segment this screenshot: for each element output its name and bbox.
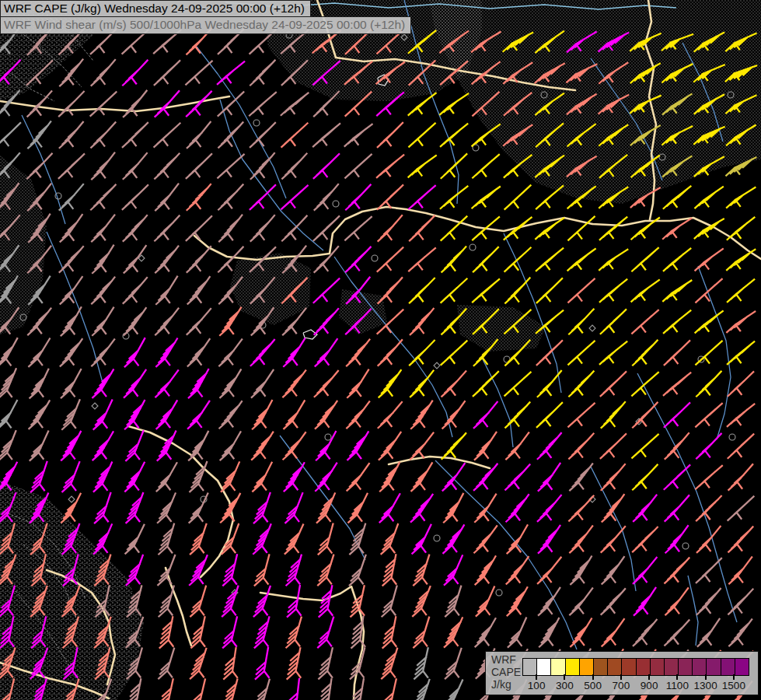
colorbar-cell — [637, 659, 651, 675]
legend-tick-label: 900 — [641, 680, 658, 691]
legend-label-model: WRF — [491, 653, 521, 666]
cape-legend: WRF CAPE J/kg 10030050070090011001300150… — [485, 651, 759, 695]
colorbar-cell — [608, 659, 622, 675]
legend-tick-mark — [620, 674, 622, 680]
map-graphics — [0, 0, 761, 700]
map-title-line-1: WRF CAPE (J/kg) Wednesday 24-09-2025 00:… — [0, 0, 311, 18]
legend-tick-mark — [733, 674, 735, 680]
legend-tick-mark — [648, 674, 650, 680]
legend-tick-mark — [564, 674, 565, 680]
colorbar-cell — [594, 659, 608, 675]
legend-tick-mark — [592, 674, 594, 680]
colorbar-cell — [537, 659, 551, 675]
colorbar-cell — [735, 659, 749, 675]
legend-tick-mark — [536, 674, 537, 680]
colorbar-cell — [523, 659, 537, 675]
legend-tick-label: 1500 — [722, 680, 745, 691]
legend-tick-label: 1100 — [666, 680, 689, 691]
legend-label: WRF CAPE J/kg — [491, 653, 521, 691]
colorbar-cell — [651, 659, 665, 675]
colorbar-cell — [665, 659, 679, 675]
legend-tick-label: 300 — [556, 680, 574, 691]
legend-label-unit: J/kg — [491, 678, 521, 691]
colorbar-cell — [679, 659, 693, 675]
colorbar-cell — [622, 659, 636, 675]
cape-colorbar — [522, 658, 749, 676]
colorbar-cell — [721, 659, 735, 675]
colorbar-cell — [693, 659, 707, 675]
map-title-line-2: WRF Wind shear (m/s) 500/1000hPa Wednesd… — [0, 16, 411, 34]
weather-map-canvas: WRF CAPE (J/kg) Wednesday 24-09-2025 00:… — [0, 0, 761, 700]
legend-tick-mark — [705, 674, 707, 680]
colorbar-cell — [551, 659, 565, 675]
legend-tick-label: 100 — [528, 680, 546, 691]
legend-tick-mark — [676, 674, 678, 680]
legend-tick-label: 700 — [613, 680, 630, 691]
colorbar-cell — [580, 659, 594, 675]
colorbar-cell — [566, 659, 580, 675]
legend-tick-label: 500 — [584, 680, 602, 691]
legend-label-parameter: CAPE — [491, 666, 521, 678]
legend-tick-label: 1300 — [694, 680, 717, 691]
colorbar-cell — [707, 659, 721, 675]
